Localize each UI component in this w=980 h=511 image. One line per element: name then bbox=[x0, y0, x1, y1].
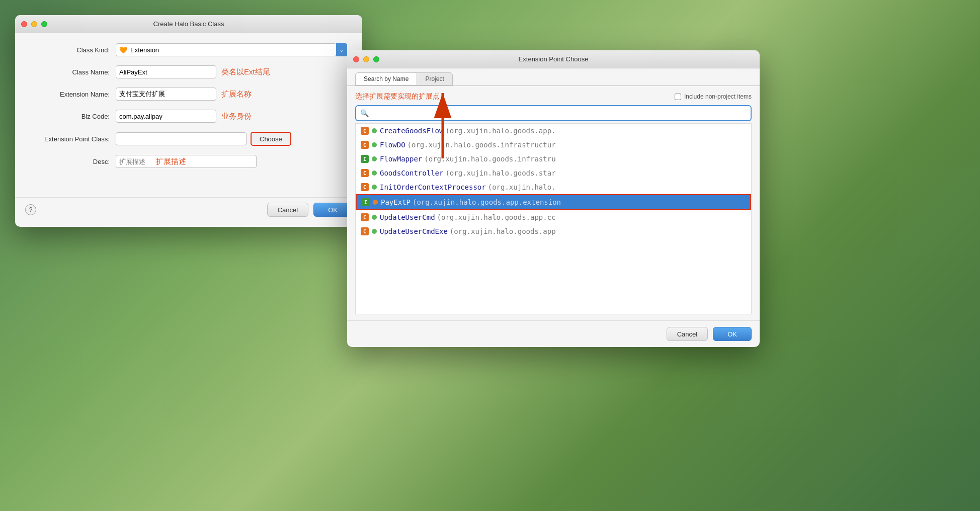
footer-buttons: Cancel OK bbox=[267, 203, 352, 217]
result-item[interactable]: CUpdateUserCmd (org.xujin.halo.goods.app… bbox=[356, 210, 751, 224]
create-form-body: Class Kind: 🧡 Extension ⌄ Class Name: 类名… bbox=[15, 33, 362, 192]
item-visibility-indicator bbox=[372, 215, 377, 220]
choose-minimize-button[interactable] bbox=[363, 56, 369, 62]
choose-window: Extension Point Choose Search by Name Pr… bbox=[347, 50, 760, 347]
item-package-name: (org.xujin.halo.goods.infrastructur bbox=[407, 141, 556, 149]
ok-button[interactable]: OK bbox=[313, 203, 352, 217]
choose-body: 选择扩展需要实现的扩展点 Include non-project items 🔍… bbox=[347, 86, 760, 320]
item-type-icon: C bbox=[361, 127, 369, 135]
class-name-label: Class Name: bbox=[30, 68, 116, 76]
biz-code-input[interactable] bbox=[116, 110, 216, 123]
search-box[interactable]: 🔍 bbox=[355, 105, 752, 121]
item-class-name: UpdateUserCmd bbox=[380, 213, 435, 221]
extension-point-label: Extension Point Class: bbox=[30, 135, 116, 143]
create-window: Create Halo Basic Class Class Kind: 🧡 Ex… bbox=[15, 15, 362, 227]
choose-footer: Cancel OK bbox=[347, 320, 760, 347]
create-window-title: Create Halo Basic Class bbox=[153, 20, 224, 28]
result-item[interactable]: CFlowDO (org.xujin.halo.goods.infrastruc… bbox=[356, 138, 751, 152]
choose-window-title: Extension Point Choose bbox=[519, 55, 589, 63]
choose-tabs-container: Search by Name Project bbox=[347, 68, 760, 86]
item-package-name: (org.xujin.halo.goods.app.extension bbox=[413, 198, 561, 206]
tab-search-by-name[interactable]: Search by Name bbox=[355, 72, 417, 86]
item-package-name: (org.xujin.halo. bbox=[488, 183, 556, 191]
class-name-input[interactable] bbox=[116, 65, 216, 78]
class-kind-display[interactable]: 🧡 Extension bbox=[116, 43, 337, 56]
class-kind-row: Class Kind: 🧡 Extension ⌄ bbox=[30, 43, 347, 56]
desc-row: Desc: 扩展描述 bbox=[30, 155, 347, 168]
item-class-name: FlowDO bbox=[380, 141, 405, 149]
item-visibility-indicator bbox=[372, 142, 377, 147]
item-type-icon: I bbox=[362, 198, 370, 206]
extension-name-input[interactable] bbox=[116, 88, 216, 101]
class-kind-select-container: 🧡 Extension ⌄ bbox=[116, 43, 347, 56]
item-type-icon: C bbox=[361, 213, 369, 221]
result-item[interactable]: CInitOrderContextProcessor (org.xujin.ha… bbox=[356, 180, 751, 194]
result-item[interactable]: IFlowMapper (org.xujin.halo.goods.infras… bbox=[356, 152, 751, 166]
choose-window-titlebar: Extension Point Choose bbox=[347, 50, 760, 68]
biz-code-row: Biz Code: 业务身份 bbox=[30, 110, 347, 123]
extension-point-input-group: Choose bbox=[116, 132, 347, 146]
non-project-checkbox[interactable] bbox=[675, 94, 681, 100]
create-form-footer: ? Cancel OK bbox=[15, 197, 362, 227]
tab-search-label: Search by Name bbox=[364, 75, 409, 82]
item-package-name: (org.xujin.halo.goods.app. bbox=[445, 127, 555, 135]
biz-code-annotation: 业务身份 bbox=[221, 112, 252, 121]
desc-input[interactable] bbox=[116, 155, 257, 168]
item-package-name: (org.xujin.halo.goods.app.cc bbox=[437, 213, 556, 221]
chevron-down-icon: ⌄ bbox=[339, 46, 344, 53]
results-list: CCreateGoodsFlow (org.xujin.halo.goods.a… bbox=[355, 123, 752, 314]
class-name-row: Class Name: 类名以Ext结尾 bbox=[30, 65, 347, 78]
choose-close-button[interactable] bbox=[353, 56, 359, 62]
item-visibility-indicator bbox=[373, 200, 378, 205]
non-project-text: Include non-project items bbox=[684, 93, 752, 100]
item-type-icon: C bbox=[361, 227, 369, 235]
choose-ok-button[interactable]: OK bbox=[713, 327, 752, 341]
class-kind-label: Class Kind: bbox=[30, 46, 116, 54]
maximize-button[interactable] bbox=[41, 21, 47, 27]
cancel-button[interactable]: Cancel bbox=[267, 203, 308, 217]
item-type-icon: C bbox=[361, 183, 369, 191]
tab-project-label: Project bbox=[425, 75, 444, 82]
extension-name-annotation: 扩展名称 bbox=[221, 90, 252, 99]
class-name-annotation: 类名以Ext结尾 bbox=[221, 67, 270, 77]
choose-cancel-button[interactable]: Cancel bbox=[667, 327, 708, 341]
search-hint-text: 选择扩展需要实现的扩展点 bbox=[355, 92, 440, 101]
choose-maximize-button[interactable] bbox=[373, 56, 379, 62]
item-type-icon: C bbox=[361, 169, 369, 177]
item-visibility-indicator bbox=[372, 171, 377, 176]
item-class-name: UpdateUserCmdExe bbox=[380, 227, 448, 235]
extension-name-label: Extension Name: bbox=[30, 91, 116, 98]
tab-project[interactable]: Project bbox=[417, 72, 452, 86]
result-item[interactable]: IPayExtP (org.xujin.halo.goods.app.exten… bbox=[356, 194, 751, 210]
extension-icon: 🧡 bbox=[119, 46, 127, 54]
biz-code-label: Biz Code: bbox=[30, 113, 116, 120]
extension-name-row: Extension Name: 扩展名称 bbox=[30, 88, 347, 101]
item-visibility-indicator bbox=[372, 229, 377, 234]
class-kind-dropdown-arrow[interactable]: ⌄ bbox=[336, 43, 347, 56]
result-item[interactable]: CCreateGoodsFlow (org.xujin.halo.goods.a… bbox=[356, 124, 751, 138]
class-kind-value: Extension bbox=[130, 46, 159, 54]
item-type-icon: I bbox=[361, 155, 369, 163]
extension-point-row: Extension Point Class: Choose bbox=[30, 132, 347, 146]
item-class-name: InitOrderContextProcessor bbox=[380, 183, 486, 191]
item-package-name: (org.xujin.halo.goods.infrastru bbox=[424, 155, 555, 163]
choose-button[interactable]: Choose bbox=[251, 132, 291, 146]
search-input[interactable] bbox=[372, 110, 747, 117]
item-visibility-indicator bbox=[372, 185, 377, 190]
extension-point-input[interactable] bbox=[116, 132, 247, 145]
search-icon: 🔍 bbox=[360, 109, 369, 117]
create-window-titlebar: Create Halo Basic Class bbox=[15, 15, 362, 33]
result-item[interactable]: CUpdateUserCmdExe (org.xujin.halo.goods.… bbox=[356, 224, 751, 238]
item-class-name: CreateGoodsFlow bbox=[380, 127, 443, 135]
close-button[interactable] bbox=[21, 21, 27, 27]
non-project-label-container: Include non-project items bbox=[675, 93, 752, 100]
item-class-name: FlowMapper bbox=[380, 155, 422, 163]
minimize-button[interactable] bbox=[31, 21, 37, 27]
item-package-name: (org.xujin.halo.goods.star bbox=[445, 169, 555, 177]
item-visibility-indicator bbox=[372, 156, 377, 161]
item-class-name: PayExtP bbox=[381, 198, 411, 206]
item-package-name: (org.xujin.halo.goods.app bbox=[450, 227, 556, 235]
search-hint-row: 选择扩展需要实现的扩展点 Include non-project items bbox=[355, 92, 752, 101]
help-button[interactable]: ? bbox=[25, 204, 36, 215]
result-item[interactable]: CGoodsController (org.xujin.halo.goods.s… bbox=[356, 166, 751, 180]
